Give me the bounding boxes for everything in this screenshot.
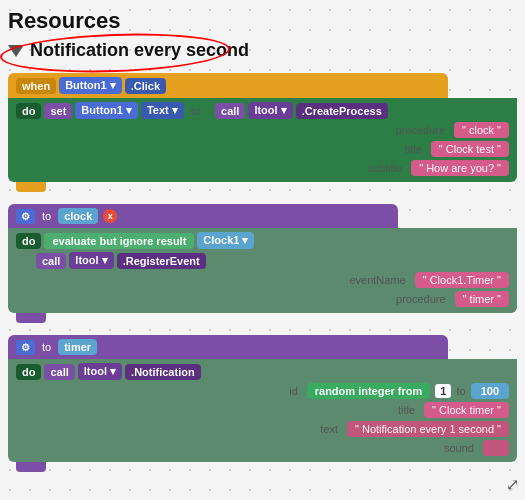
when-block: when (16, 78, 56, 94)
x-button[interactable]: x (103, 209, 117, 223)
title-label3: title (394, 402, 419, 418)
title-label: title (401, 141, 426, 157)
random-block: random integer from (307, 383, 431, 399)
subtitle-label: subtitle (363, 160, 406, 176)
do-block3: do (16, 364, 41, 380)
section-title: Notification every second (30, 40, 249, 61)
sound-label3: sound (440, 440, 478, 456)
createprocess-block: .CreateProcess (296, 103, 388, 119)
procedure-value2: " timer " (455, 291, 509, 307)
procedure-value: " clock " (454, 122, 509, 138)
do-block2: do (16, 233, 41, 249)
do-block: do (16, 103, 41, 119)
register-event-block: .RegisterEvent (117, 253, 206, 269)
id-label: id (285, 383, 302, 399)
text-value3: " Notification every 1 second " (347, 421, 509, 437)
text-block[interactable]: Text ▾ (141, 102, 184, 119)
to-icon: ⚙ (16, 209, 35, 224)
ltool-block2[interactable]: ltool ▾ (69, 252, 113, 269)
notification-block: .Notification (125, 364, 201, 380)
from-value: 1 (435, 384, 451, 398)
to-value: 100 (471, 383, 509, 399)
title-value: " Clock test " (431, 141, 509, 157)
eventname-label: eventName (345, 272, 409, 288)
call-block: call (215, 103, 245, 119)
procedure-label2: procedure (392, 291, 450, 307)
procedure-label: procedure (391, 122, 449, 138)
ltool-block3[interactable]: ltool ▾ (78, 363, 122, 380)
to-timer-label: to (38, 339, 55, 355)
clock1-block[interactable]: Clock1 ▾ (197, 232, 254, 249)
to-range-label: to (456, 385, 465, 397)
button1-block[interactable]: Button1 ▾ (59, 77, 122, 94)
clock-block[interactable]: clock (58, 208, 98, 224)
text-label3: text (316, 421, 342, 437)
call-block2: call (36, 253, 66, 269)
eventname-value: " Clock1.Timer " (415, 272, 509, 288)
resources-title: Resources (8, 8, 517, 34)
ltool-block[interactable]: ltool ▾ (248, 102, 292, 119)
set-block: set (44, 103, 72, 119)
title-value3: " Clock timer " (424, 402, 509, 418)
to-icon3: ⚙ (16, 340, 35, 355)
expand-icon[interactable]: ⤢ (506, 475, 519, 494)
click-block: .Click (125, 78, 166, 94)
button1b-block[interactable]: Button1 ▾ (75, 102, 138, 119)
sound-value (483, 440, 509, 456)
subtitle-value: " How are you? " (411, 160, 509, 176)
triangle-icon (8, 45, 24, 57)
call-block3: call (44, 364, 74, 380)
evaluate-block: evaluate but ignore result (44, 233, 194, 249)
to-label: to (187, 103, 204, 119)
to-clock-label: to (38, 208, 55, 224)
timer-block[interactable]: timer (58, 339, 97, 355)
